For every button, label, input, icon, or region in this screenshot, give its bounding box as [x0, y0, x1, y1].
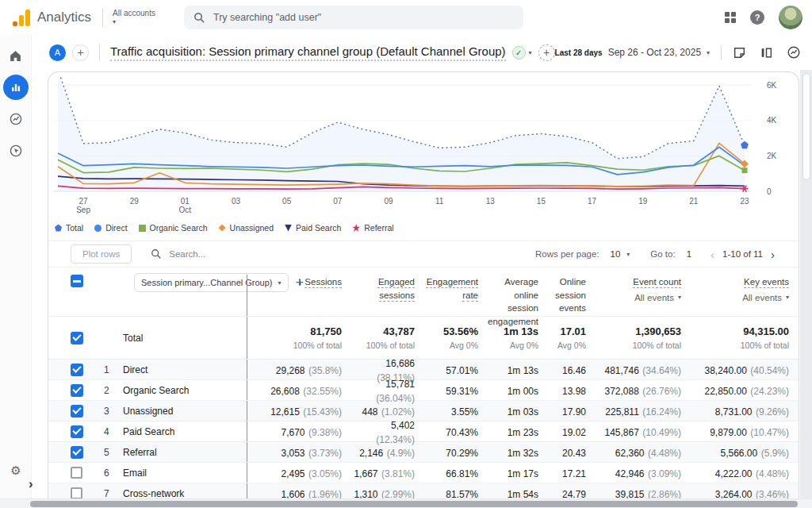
key-events-filter[interactable]: All events▾ [691, 291, 789, 305]
add-report-button[interactable]: + [538, 44, 555, 61]
comparison-chip[interactable]: A [49, 44, 66, 61]
total-checkbox[interactable] [71, 332, 83, 344]
chart-area: 02K4K6K27Sep2901Oct030507091113151719212… [48, 72, 799, 220]
column-header-online-session-events[interactable]: Online session events [548, 275, 596, 315]
nav-advertising-icon[interactable] [3, 138, 29, 164]
table-row: 4 Paid Search 7,670 (9.38%) 5,402 (12.34… [48, 421, 799, 442]
row-checkbox[interactable] [71, 384, 83, 397]
column-header-engaged-sessions[interactable]: Engaged sessions [351, 275, 424, 302]
svg-text:29: 29 [130, 197, 140, 206]
chevron-down-icon: ▾ [678, 293, 681, 302]
horizontal-scrollbar-thumb[interactable] [30, 501, 798, 507]
nav-home-icon[interactable] [3, 43, 29, 68]
table-row: 7 Cross-network 1,606 (1.96%) 1,310 (2.9… [48, 483, 799, 498]
saved-check-icon: ✓ [512, 46, 526, 60]
svg-text:23: 23 [740, 197, 749, 206]
insights-icon[interactable] [787, 45, 801, 60]
user-avatar[interactable] [779, 6, 802, 29]
column-header-sessions[interactable]: ↓Sessions [250, 275, 351, 289]
row-number: 6 [94, 468, 123, 479]
row-checkbox[interactable] [71, 364, 83, 376]
row-checkbox[interactable] [71, 487, 82, 498]
title-menu-caret-icon[interactable]: ▾ [529, 49, 532, 56]
column-header-key-events[interactable]: Key events All events▾ [691, 275, 799, 304]
chevron-down-icon: ▾ [707, 49, 710, 56]
brand-name: Analytics [37, 10, 91, 25]
apps-grid-icon[interactable] [725, 12, 736, 23]
column-header-engagement-rate[interactable]: Engagement rate [424, 275, 488, 302]
add-comparison-button[interactable]: + [72, 44, 89, 61]
search-placeholder: Try searching "add user" [213, 12, 321, 23]
total-marker-icon [55, 225, 62, 232]
date-preset-label: Last 28 days [555, 48, 603, 57]
left-nav: ⚙ [0, 35, 32, 498]
chevron-down-icon: ▾ [113, 18, 155, 26]
row-checkbox[interactable] [71, 467, 82, 479]
legend-item-total[interactable]: Total [55, 223, 83, 233]
report-title[interactable]: Traffic acquisition: Session primary cha… [110, 44, 506, 61]
row-number: 5 [94, 447, 123, 458]
sort-desc-icon: ↓ [297, 276, 302, 287]
vertical-scrollbar-thumb[interactable] [802, 73, 810, 180]
legend-item-direct[interactable]: Direct [94, 223, 127, 233]
chevron-down-icon: ▾ [786, 293, 789, 302]
goto-page-input[interactable]: 1 [687, 249, 691, 259]
rows-per-page-label: Rows per page: [535, 249, 599, 259]
search-icon [151, 248, 162, 260]
svg-text:19: 19 [638, 197, 648, 206]
legend-item-referral[interactable]: Referral [352, 223, 393, 233]
channel-name[interactable]: Cross-network [123, 488, 247, 499]
table-search-input[interactable]: Search... [151, 248, 205, 260]
svg-text:0: 0 [767, 187, 772, 196]
event-count-filter[interactable]: All events▾ [596, 291, 681, 305]
nav-reports-icon[interactable] [3, 75, 29, 100]
chevron-down-icon[interactable]: ▾ [626, 251, 630, 258]
compare-icon[interactable] [760, 46, 773, 60]
notes-icon[interactable] [733, 46, 746, 60]
direct-marker-icon [94, 225, 102, 232]
rows-per-page-select[interactable]: 10 [611, 249, 621, 259]
channel-name[interactable]: Referral [123, 447, 247, 458]
traffic-chart[interactable]: 02K4K6K27Sep2901Oct030507091113151719212… [50, 75, 795, 217]
svg-text:09: 09 [384, 197, 393, 206]
plot-rows-button[interactable]: Plot rows [71, 244, 132, 264]
channel-name[interactable]: Direct [123, 364, 247, 375]
legend-item-organic-search[interactable]: Organic Search [139, 223, 208, 233]
table-row: 5 Referral 3,053 (3.73%) 2,146 (4.9%) 70… [48, 442, 799, 463]
svg-text:27: 27 [79, 197, 89, 206]
column-header-event-count[interactable]: Event count All events▾ [596, 275, 691, 304]
account-switcher[interactable]: All accounts ▾ [113, 9, 155, 26]
legend-item-paid-search[interactable]: Paid Search [285, 223, 341, 233]
channel-name[interactable]: Paid Search [123, 426, 247, 437]
channel-name[interactable]: Unassigned [123, 406, 247, 417]
search-icon [193, 12, 205, 24]
prev-page-icon[interactable]: ‹ [710, 248, 714, 260]
svg-text:07: 07 [333, 197, 343, 206]
table-header-row: Session primary...Channel Group) ▾ + ↓Se… [48, 267, 799, 317]
date-range-picker[interactable]: Last 28 days Sep 26 - Oct 23, 2025 ▾ [555, 47, 710, 58]
svg-text:11: 11 [435, 197, 444, 206]
vertical-scrollbar[interactable] [800, 70, 812, 498]
legend-item-unassigned[interactable]: Unassigned [219, 223, 274, 233]
organic-search-marker-icon [139, 225, 146, 232]
select-all-checkbox[interactable] [71, 275, 83, 287]
row-checkbox[interactable] [71, 425, 83, 438]
svg-text:17: 17 [588, 197, 597, 206]
row-checkbox[interactable] [71, 405, 83, 418]
horizontal-scrollbar[interactable] [0, 498, 812, 508]
admin-gear-icon[interactable]: ⚙ [0, 464, 32, 478]
table-row: 6 Email 2,495 (3.05%) 1,667 (3.81%) 66.8… [48, 463, 799, 483]
pagination-range: 1-10 of 11 [722, 249, 763, 259]
report-card: 02K4K6K27Sep2901Oct030507091113151719212… [48, 71, 799, 498]
global-search-input[interactable]: Try searching "add user" [184, 6, 523, 29]
svg-text:2K: 2K [767, 152, 777, 160]
next-page-icon[interactable]: › [771, 248, 775, 260]
main-content: A + Traffic acquisition: Session primary… [32, 35, 812, 498]
help-icon[interactable]: ? [750, 10, 764, 25]
channel-name[interactable]: Email [123, 468, 247, 479]
channel-name[interactable]: Organic Search [123, 385, 247, 396]
row-checkbox[interactable] [71, 446, 83, 459]
accounts-label: All accounts [113, 9, 155, 18]
nav-expand-button[interactable]: › [29, 476, 33, 492]
nav-explore-icon[interactable] [3, 106, 29, 132]
